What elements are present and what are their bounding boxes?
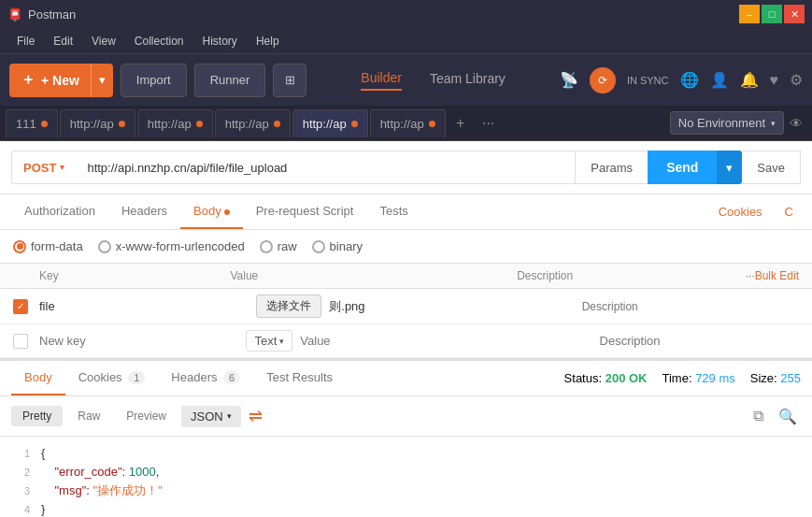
sub-tab-tests[interactable]: Tests xyxy=(366,194,420,229)
resp-tab-headers[interactable]: Headers 6 xyxy=(158,361,253,395)
sub-tab-authorization[interactable]: Authorization xyxy=(11,194,108,229)
toolbar-right: 📡 ⟳ IN SYNC 🌐 👤 🔔 ♥ ⚙ xyxy=(560,67,803,93)
table-row: ✓ 选择文件 则.png xyxy=(0,289,812,324)
key-field[interactable] xyxy=(39,299,196,313)
toolbar-center: Builder Team Library xyxy=(314,70,552,91)
tab-builder[interactable]: Builder xyxy=(361,70,402,91)
customize-button[interactable]: ⊞ xyxy=(273,64,306,97)
time-value: 729 ms xyxy=(695,371,735,385)
method-arrow-icon: ▾ xyxy=(60,163,64,172)
new-desc-input[interactable] xyxy=(600,334,799,348)
size-value: 255 xyxy=(780,371,801,385)
maximize-button[interactable]: □ xyxy=(762,5,782,23)
preview-button[interactable]: Preview xyxy=(115,406,178,426)
menu-file[interactable]: File xyxy=(7,31,44,51)
sub-tab-headers[interactable]: Headers xyxy=(108,194,180,229)
form-data-table: Key Value Description ··· Bulk Edit ✓ 选择… xyxy=(0,264,812,358)
request-sub-tabs: Authorization Headers Body Pre-request S… xyxy=(0,194,812,230)
file-value-cell: 选择文件 则.png xyxy=(256,294,581,318)
row-checkbox[interactable]: ✓ xyxy=(13,299,39,314)
file-name-label: 则.png xyxy=(329,298,364,315)
new-tab-button[interactable]: + xyxy=(448,110,474,136)
option-raw[interactable]: raw xyxy=(260,239,297,253)
window-controls: – □ ✕ xyxy=(739,5,805,23)
runner-button[interactable]: Runner xyxy=(194,64,266,97)
option-urlencoded[interactable]: x-www-form-urlencoded xyxy=(98,239,245,253)
globe-icon[interactable]: 🌐 xyxy=(680,71,699,89)
search-icon[interactable]: 🔍 xyxy=(775,404,801,429)
more-tabs-button[interactable]: ··· xyxy=(476,110,502,136)
option-form-data[interactable]: form-data xyxy=(13,239,83,253)
menu-history[interactable]: History xyxy=(193,31,247,51)
tab-req-5[interactable]: http://ap xyxy=(370,109,446,137)
minimize-button[interactable]: – xyxy=(739,5,760,23)
bulk-edit-link[interactable]: Bulk Edit xyxy=(755,269,799,282)
send-dropdown-button[interactable]: ▾ xyxy=(717,151,742,184)
key-col-header: Key xyxy=(39,269,230,282)
resp-tab-test-results[interactable]: Test Results xyxy=(253,361,346,395)
body-active-dot xyxy=(224,209,230,215)
body-type-options: form-data x-www-form-urlencoded raw bina… xyxy=(0,230,812,264)
raw-radio[interactable] xyxy=(260,240,273,253)
env-arrow-icon: ▾ xyxy=(771,119,776,128)
content-area: POST ▾ Params Send ▾ Save Authorization … xyxy=(0,141,812,517)
tab-req-2[interactable]: http://ap xyxy=(137,109,213,137)
wrap-icon[interactable]: ⇌ xyxy=(245,402,266,430)
sub-tab-pre-request[interactable]: Pre-request Script xyxy=(243,194,367,229)
tab-team-library[interactable]: Team Library xyxy=(430,71,506,90)
json-format-select[interactable]: JSON ▾ xyxy=(181,406,241,427)
resp-tab-body[interactable]: Body xyxy=(11,361,65,395)
tab-111[interactable]: 111 xyxy=(6,109,58,137)
desc-field[interactable] xyxy=(582,300,799,313)
radio-inner xyxy=(17,243,23,250)
cookies-badge: 1 xyxy=(128,371,145,384)
tab-req-1[interactable]: http://ap xyxy=(60,109,135,137)
cookies-link[interactable]: Cookies xyxy=(711,195,770,228)
new-value-input[interactable] xyxy=(300,334,599,348)
user-icon[interactable]: 👤 xyxy=(710,71,729,89)
tabs-env-row: 111 http://ap http://ap http://ap http:/… xyxy=(0,106,812,141)
tab-dot xyxy=(119,121,125,127)
settings-icon[interactable]: ⚙ xyxy=(790,71,803,89)
env-dropdown[interactable]: No Environment ▾ xyxy=(670,111,784,135)
empty-checkbox[interactable] xyxy=(13,334,28,349)
tab-req-4[interactable]: http://ap xyxy=(292,109,368,137)
text-type-dropdown[interactable]: Text ▾ xyxy=(246,330,292,352)
new-button[interactable]: ＋ + New ▾ xyxy=(9,64,113,97)
method-select[interactable]: POST ▾ xyxy=(11,151,76,184)
pretty-button[interactable]: Pretty xyxy=(11,406,63,426)
option-binary[interactable]: binary xyxy=(312,239,363,253)
copy-icon[interactable]: ⧉ xyxy=(749,404,767,429)
url-input[interactable] xyxy=(76,151,575,184)
env-eye-icon[interactable]: 👁 xyxy=(790,116,803,131)
save-button[interactable]: Save xyxy=(742,151,801,184)
menu-edit[interactable]: Edit xyxy=(44,31,82,51)
send-button[interactable]: Send xyxy=(648,151,717,184)
tab-dot xyxy=(351,121,358,127)
response-tabs: Body Cookies 1 Headers 6 Test Results St… xyxy=(0,361,812,396)
binary-radio[interactable] xyxy=(312,240,325,253)
bell-icon[interactable]: 🔔 xyxy=(740,71,759,89)
close-button[interactable]: ✕ xyxy=(784,5,805,23)
new-key-input[interactable] xyxy=(39,334,238,348)
tab-req-3[interactable]: http://ap xyxy=(215,109,291,137)
menu-help[interactable]: Help xyxy=(247,31,289,51)
new-dropdown-arrow[interactable]: ▾ xyxy=(92,64,113,97)
sub-tab-body[interactable]: Body xyxy=(180,194,243,229)
sub-tab-right: Cookies C xyxy=(711,195,801,228)
json-arrow-icon: ▾ xyxy=(227,411,232,421)
satellite-icon[interactable]: 📡 xyxy=(560,71,578,89)
menu-collection[interactable]: Collection xyxy=(125,31,193,51)
raw-button[interactable]: Raw xyxy=(66,406,111,426)
import-button[interactable]: Import xyxy=(121,64,187,97)
heart-icon[interactable]: ♥ xyxy=(770,72,779,89)
params-button[interactable]: Params xyxy=(575,151,648,184)
menu-view[interactable]: View xyxy=(82,31,125,51)
urlencoded-radio[interactable] xyxy=(98,240,111,253)
status-value: 200 OK xyxy=(605,371,648,385)
resp-tab-cookies[interactable]: Cookies 1 xyxy=(65,361,159,395)
choose-file-button[interactable]: 选择文件 xyxy=(256,294,321,318)
form-data-radio[interactable] xyxy=(13,240,26,253)
code-line-4: 4 } xyxy=(0,500,812,517)
code-link[interactable]: C xyxy=(777,195,801,228)
